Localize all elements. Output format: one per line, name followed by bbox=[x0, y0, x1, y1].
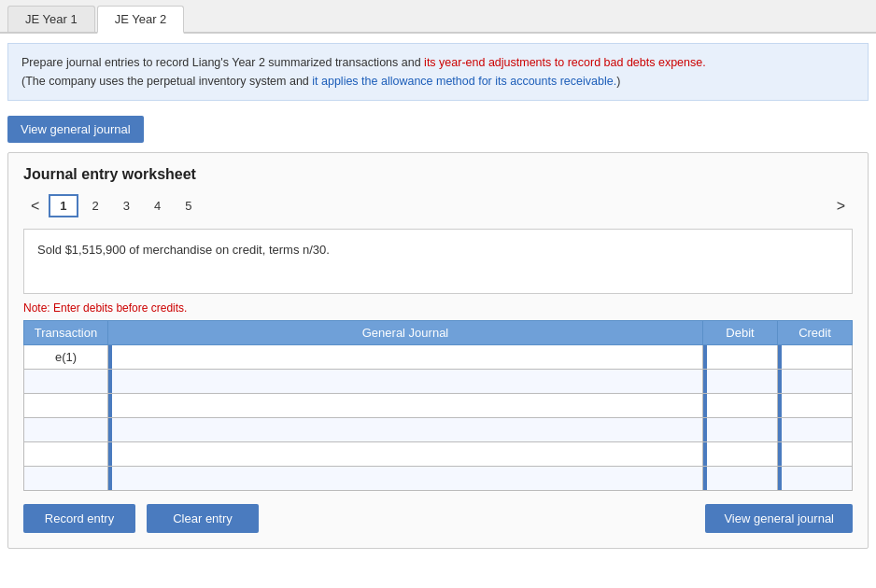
view-general-journal-button[interactable]: View general journal bbox=[705, 504, 853, 533]
tab-je-year-1[interactable]: JE Year 1 bbox=[7, 6, 95, 32]
info-box: Prepare journal entries to record Liang'… bbox=[7, 43, 869, 101]
table-row bbox=[24, 418, 853, 442]
debit-cell-2[interactable] bbox=[703, 370, 778, 394]
transaction-cell-1: e(1) bbox=[24, 345, 108, 370]
top-btn-area: View general journal bbox=[0, 110, 876, 152]
view-transaction-button[interactable]: View general journal bbox=[7, 116, 144, 143]
journal-input-3[interactable] bbox=[112, 394, 702, 417]
credit-cell-1[interactable] bbox=[778, 345, 853, 370]
credit-input-5[interactable] bbox=[782, 442, 852, 466]
col-header-general-journal: General Journal bbox=[108, 321, 703, 345]
col-header-transaction: Transaction bbox=[24, 321, 108, 345]
bottom-buttons: Record entry Clear entry View general jo… bbox=[23, 504, 853, 533]
next-page-button[interactable]: > bbox=[829, 196, 853, 217]
table-row bbox=[24, 442, 853, 467]
journal-cell-3[interactable] bbox=[108, 394, 703, 418]
page-1-button[interactable]: 1 bbox=[49, 194, 78, 217]
credit-input-1[interactable] bbox=[782, 345, 852, 369]
credit-input-3[interactable] bbox=[782, 394, 852, 417]
credit-cell-4[interactable] bbox=[778, 418, 853, 442]
transaction-cell-6 bbox=[24, 467, 108, 491]
debit-input-6[interactable] bbox=[707, 467, 777, 490]
pagination: < 1 2 3 4 5 > bbox=[23, 194, 853, 217]
debit-input-3[interactable] bbox=[707, 394, 777, 417]
table-row: e(1) bbox=[24, 345, 853, 370]
journal-cell-2[interactable] bbox=[108, 370, 703, 394]
debit-cell-3[interactable] bbox=[703, 394, 778, 418]
journal-cell-6[interactable] bbox=[108, 467, 703, 491]
transaction-cell-2 bbox=[24, 370, 108, 394]
info-line2-normal1: (The company uses the perpetual inventor… bbox=[21, 75, 312, 88]
journal-cell-1[interactable] bbox=[108, 345, 703, 370]
journal-input-2[interactable] bbox=[112, 370, 702, 393]
credit-cell-5[interactable] bbox=[778, 442, 853, 467]
worksheet-title: Journal entry worksheet bbox=[23, 166, 853, 183]
tab-je-year-2[interactable]: JE Year 2 bbox=[97, 6, 185, 34]
credit-cell-3[interactable] bbox=[778, 394, 853, 418]
debit-cell-5[interactable] bbox=[703, 442, 778, 467]
debit-input-4[interactable] bbox=[707, 418, 777, 441]
journal-table: Transaction General Journal Debit Credit… bbox=[23, 320, 853, 491]
record-entry-button[interactable]: Record entry bbox=[23, 504, 135, 533]
info-line1-normal: Prepare journal entries to record Liang'… bbox=[21, 56, 424, 69]
journal-input-1[interactable] bbox=[112, 345, 702, 369]
page-3-button[interactable]: 3 bbox=[113, 195, 140, 217]
note-text: Note: Enter debits before credits. bbox=[23, 301, 853, 315]
credit-input-6[interactable] bbox=[782, 467, 852, 490]
page-2-button[interactable]: 2 bbox=[82, 195, 109, 217]
transaction-cell-4 bbox=[24, 418, 108, 442]
clear-entry-button[interactable]: Clear entry bbox=[147, 504, 259, 533]
journal-input-6[interactable] bbox=[112, 467, 702, 490]
table-row bbox=[24, 370, 853, 394]
credit-cell-2[interactable] bbox=[778, 370, 853, 394]
col-header-credit: Credit bbox=[778, 321, 853, 345]
journal-input-4[interactable] bbox=[112, 418, 702, 441]
debit-input-5[interactable] bbox=[707, 442, 777, 466]
info-line2-normal2: ) bbox=[616, 75, 620, 88]
journal-cell-5[interactable] bbox=[108, 442, 703, 467]
description-box: Sold $1,515,900 of merchandise on credit… bbox=[23, 229, 853, 294]
description-text: Sold $1,515,900 of merchandise on credit… bbox=[37, 243, 330, 257]
journal-cell-4[interactable] bbox=[108, 418, 703, 442]
info-line1-highlight: its year-end adjustments to record bad d… bbox=[424, 56, 706, 69]
worksheet-card: Journal entry worksheet < 1 2 3 4 5 > So… bbox=[7, 152, 869, 549]
page-4-button[interactable]: 4 bbox=[144, 195, 171, 217]
page-5-button[interactable]: 5 bbox=[175, 195, 202, 217]
debit-input-1[interactable] bbox=[707, 345, 777, 369]
credit-cell-6[interactable] bbox=[778, 467, 853, 491]
table-row bbox=[24, 467, 853, 491]
credit-input-4[interactable] bbox=[782, 418, 852, 441]
col-header-debit: Debit bbox=[703, 321, 778, 345]
debit-cell-4[interactable] bbox=[703, 418, 778, 442]
credit-input-2[interactable] bbox=[782, 370, 852, 393]
tabs-bar: JE Year 1 JE Year 2 bbox=[0, 0, 876, 34]
debit-cell-6[interactable] bbox=[703, 467, 778, 491]
transaction-cell-3 bbox=[24, 394, 108, 418]
debit-input-2[interactable] bbox=[707, 370, 777, 393]
transaction-cell-5 bbox=[24, 442, 108, 467]
info-line2-blue: it applies the allowance method for its … bbox=[312, 75, 616, 88]
debit-cell-1[interactable] bbox=[703, 345, 778, 370]
journal-input-5[interactable] bbox=[112, 442, 702, 466]
table-row bbox=[24, 394, 853, 418]
prev-page-button[interactable]: < bbox=[23, 196, 47, 217]
